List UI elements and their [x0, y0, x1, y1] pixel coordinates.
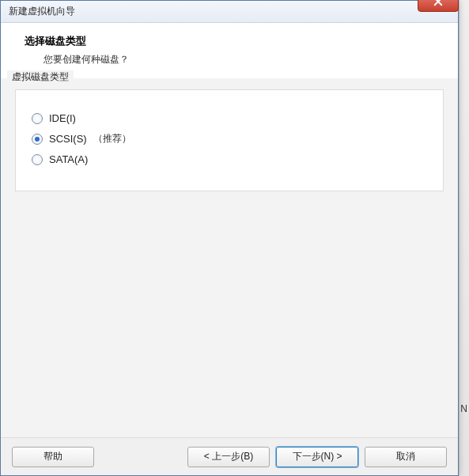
page-subtitle: 您要创建何种磁盘？ [43, 53, 445, 66]
radio-label: IDE(I) [49, 112, 76, 124]
page-title: 选择磁盘类型 [25, 34, 445, 48]
radio-option-scsi[interactable]: SCSI(S) （推荐） [32, 132, 427, 145]
disk-type-group: IDE(I) SCSI(S) （推荐） SATA(A) [15, 89, 444, 191]
wizard-footer: 帮助 < 上一步(B) 下一步(N) > 取消 [1, 437, 458, 475]
button-label: 取消 [396, 450, 415, 463]
radio-option-sata[interactable]: SATA(A) [32, 153, 427, 165]
close-icon [433, 0, 443, 9]
button-label: 下一步(N) > [293, 450, 342, 463]
radio-option-ide[interactable]: IDE(I) [32, 112, 427, 124]
radio-icon [32, 134, 43, 145]
radio-label: SATA(A) [49, 153, 88, 165]
back-button[interactable]: < 上一步(B) [187, 447, 270, 467]
content-area: 虚拟磁盘类型 IDE(I) SCSI(S) （推荐） SATA(A) [1, 78, 458, 437]
radio-icon [32, 154, 43, 165]
radio-icon [32, 113, 43, 124]
cancel-button[interactable]: 取消 [365, 447, 447, 467]
window-title: 新建虚拟机向导 [9, 5, 75, 18]
group-label: 虚拟磁盘类型 [7, 70, 74, 84]
wizard-window: 新建虚拟机向导 选择磁盘类型 您要创建何种磁盘？ 虚拟磁盘类型 IDE(I) S… [0, 0, 459, 476]
titlebar: 新建虚拟机向导 [1, 1, 458, 23]
button-label: < 上一步(B) [204, 450, 253, 463]
help-button[interactable]: 帮助 [12, 447, 94, 467]
bg-artifact: N [460, 403, 467, 414]
button-label: 帮助 [43, 450, 62, 463]
next-button[interactable]: 下一步(N) > [276, 447, 358, 467]
close-button[interactable] [418, 0, 459, 12]
radio-label: SCSI(S) [49, 133, 87, 145]
radio-hint: （推荐） [93, 132, 131, 145]
